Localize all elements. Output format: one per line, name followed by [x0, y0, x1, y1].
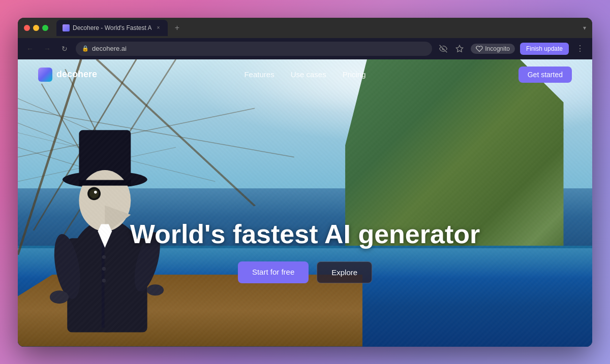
svg-point-27	[89, 189, 99, 198]
finish-update-label: Finish update	[526, 45, 563, 52]
back-button[interactable]: ←	[24, 43, 36, 55]
address-bar: ← → ↻ 🔒 decohere.ai Incog	[18, 38, 592, 59]
tab-close-button[interactable]: ×	[155, 24, 162, 31]
new-tab-button[interactable]: +	[170, 21, 184, 35]
finish-update-button[interactable]: Finish update	[520, 43, 569, 55]
window-chevron-icon[interactable]: ▾	[583, 24, 586, 31]
nav-link-pricing[interactable]: Pricing	[343, 70, 366, 79]
website-content: decohere Features Use cases Pricing Get …	[18, 59, 592, 347]
svg-rect-29	[79, 180, 131, 186]
title-bar-right: ▾	[583, 24, 586, 31]
hero-heading: World's fastest AI generator	[130, 219, 480, 249]
url-bar[interactable]: 🔒 decohere.ai	[76, 42, 432, 56]
incognito-icon	[476, 45, 483, 52]
more-options-icon[interactable]: ⋮	[574, 43, 586, 55]
svg-point-20	[50, 290, 69, 304]
tab-area: Decohere - World's Fastest A × +	[56, 20, 579, 36]
forward-button[interactable]: →	[41, 43, 53, 55]
title-bar: Decohere - World's Fastest A × + ▾	[18, 18, 592, 38]
svg-marker-1	[456, 45, 463, 52]
nav-links: Features Use cases Pricing	[244, 70, 365, 79]
svg-point-28	[94, 191, 97, 194]
browser-window: Decohere - World's Fastest A × + ▾ ← → ↻…	[18, 18, 592, 347]
star-icon[interactable]	[453, 43, 466, 55]
svg-point-21	[147, 284, 164, 295]
tab-favicon-icon	[63, 24, 70, 31]
incognito-label: Incognito	[485, 45, 510, 52]
tab-title: Decohere - World's Fastest A	[73, 24, 151, 31]
site-nav: decohere Features Use cases Pricing Get …	[18, 59, 592, 90]
maximize-button[interactable]	[42, 25, 48, 31]
nav-link-use-cases[interactable]: Use cases	[291, 70, 326, 79]
hero-buttons: Start for free Explore	[238, 261, 372, 283]
incognito-badge: Incognito	[471, 44, 515, 54]
start-for-free-button[interactable]: Start for free	[238, 261, 309, 283]
lock-icon: 🔒	[82, 45, 89, 52]
eye-off-icon[interactable]	[437, 43, 449, 55]
logo-icon	[38, 68, 52, 82]
hero-text-area: World's fastest AI generator Start for f…	[18, 219, 592, 283]
explore-button[interactable]: Explore	[317, 261, 372, 283]
url-text: decohere.ai	[92, 45, 127, 52]
logo-text: decohere	[56, 69, 97, 80]
get-started-button[interactable]: Get started	[518, 67, 572, 83]
minimize-button[interactable]	[33, 25, 39, 31]
refresh-button[interactable]: ↻	[58, 43, 71, 55]
site-logo[interactable]: decohere	[38, 68, 97, 82]
traffic-lights	[24, 25, 48, 31]
plague-doctor-character	[18, 88, 293, 346]
address-bar-icons	[437, 43, 466, 55]
nav-link-features[interactable]: Features	[244, 70, 274, 79]
active-tab[interactable]: Decohere - World's Fastest A ×	[56, 20, 168, 36]
close-button[interactable]	[24, 25, 30, 31]
